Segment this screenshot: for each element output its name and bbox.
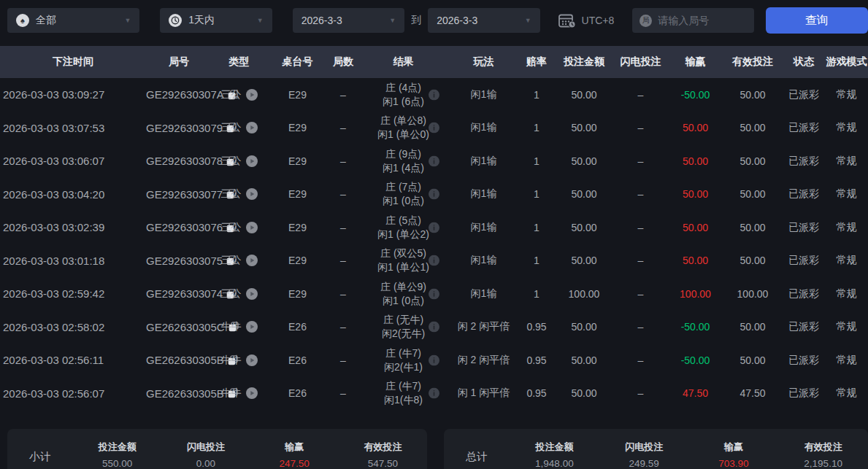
valid-bet: 50.00 bbox=[723, 222, 783, 233]
lightning-bet: – bbox=[613, 122, 668, 133]
bet-time: 2026-03-03 03:09:27 bbox=[0, 88, 146, 101]
play-video-icon[interactable] bbox=[246, 122, 258, 133]
round-count: – bbox=[329, 89, 358, 101]
round-count: – bbox=[329, 321, 358, 333]
status-badge: 已派彩 bbox=[783, 121, 825, 134]
lightning-bet: – bbox=[613, 387, 668, 399]
summary-stat: 有效投注547.50 bbox=[339, 441, 427, 469]
time-range-dropdown[interactable]: 1天内 ▼ bbox=[160, 8, 272, 33]
info-icon[interactable] bbox=[429, 354, 439, 365]
table-number: E29 bbox=[266, 155, 329, 167]
chevron-down-icon: ▼ bbox=[525, 17, 531, 24]
table-row: 2026-03-03 02:59:42 GE2926303074 三公 E29 … bbox=[0, 277, 868, 311]
column-header: 桌台号 bbox=[266, 55, 329, 69]
calendar-clock-icon[interactable] bbox=[558, 13, 576, 28]
table-number: E29 bbox=[266, 222, 329, 233]
column-header: 赔率 bbox=[518, 55, 555, 69]
summary-stat-label: 输赢 bbox=[689, 441, 779, 454]
game-type-dropdown[interactable]: ♠ 全部 ▼ bbox=[7, 8, 139, 33]
round-number-icon: 局 bbox=[640, 15, 652, 27]
play-video-icon[interactable] bbox=[246, 288, 258, 300]
info-icon[interactable] bbox=[429, 155, 439, 166]
game-mode: 常规 bbox=[825, 121, 868, 134]
play-video-icon[interactable] bbox=[246, 255, 258, 266]
round-count: – bbox=[329, 255, 358, 266]
bet-time: 2026-03-03 03:07:53 bbox=[0, 122, 146, 134]
summary-stat: 闪电投注0.00 bbox=[161, 441, 250, 469]
lightning-bet: – bbox=[613, 288, 668, 300]
game-mode: 常规 bbox=[825, 88, 868, 101]
bet-amount: 50.00 bbox=[555, 188, 613, 200]
table-number: E29 bbox=[266, 122, 329, 133]
play-video-icon[interactable] bbox=[246, 387, 258, 399]
summary-stat-value: 547.50 bbox=[339, 458, 427, 469]
info-icon[interactable] bbox=[429, 255, 439, 266]
round-number-cell: GE2926303076 bbox=[146, 221, 212, 233]
info-icon[interactable] bbox=[429, 89, 439, 100]
round-count: – bbox=[329, 122, 358, 133]
result-cell: 庄 (4点) 闲1 (6点) bbox=[358, 81, 449, 109]
date-to-value: 2026-3-3 bbox=[437, 15, 477, 26]
win-loss: 50.00 bbox=[668, 222, 723, 233]
valid-bet: 50.00 bbox=[723, 89, 783, 101]
total-stats: 投注金额1,948.00闪电投注249.59输赢703.90有效投注2,195.… bbox=[510, 441, 868, 469]
valid-bet: 50.00 bbox=[723, 255, 783, 266]
valid-bet: 50.00 bbox=[723, 155, 783, 167]
round-number-cell: GE262630305B bbox=[146, 354, 212, 366]
timezone-group: UTC+8 bbox=[558, 13, 615, 28]
play-method: 闲1输 bbox=[449, 254, 518, 267]
game-type-cell: 三公 bbox=[212, 187, 266, 201]
bet-amount: 50.00 bbox=[555, 387, 613, 399]
round-number-cell: GE2926303075 bbox=[146, 255, 212, 267]
info-icon[interactable] bbox=[429, 388, 439, 399]
info-icon[interactable] bbox=[429, 189, 439, 200]
odds: 0.95 bbox=[518, 387, 555, 399]
play-method: 闲 1 闲平倍 bbox=[449, 387, 518, 400]
play-video-icon[interactable] bbox=[246, 222, 258, 233]
lightning-bet: – bbox=[613, 188, 668, 200]
info-icon[interactable] bbox=[429, 123, 439, 133]
odds: 1 bbox=[518, 188, 555, 200]
query-button[interactable]: 查询 bbox=[766, 7, 868, 34]
game-mode: 常规 bbox=[825, 320, 868, 333]
play-video-icon[interactable] bbox=[246, 155, 258, 167]
game-mode: 常规 bbox=[825, 287, 868, 301]
bet-time: 2026-03-03 03:06:07 bbox=[0, 155, 146, 167]
table-number: E29 bbox=[266, 288, 329, 300]
chevron-down-icon: ▼ bbox=[124, 17, 131, 24]
info-icon[interactable] bbox=[429, 222, 439, 233]
win-loss: 50.00 bbox=[668, 122, 723, 133]
game-mode: 常规 bbox=[825, 254, 868, 267]
date-to-picker[interactable]: 2026-3-3 ▼ bbox=[428, 8, 539, 33]
column-header: 输赢 bbox=[668, 55, 723, 69]
round-number-cell: GE262630305B bbox=[146, 387, 212, 400]
play-video-icon[interactable] bbox=[246, 188, 258, 200]
subtotal-stats: 投注金额550.00闪电投注0.00输赢247.50有效投注547.50 bbox=[73, 441, 427, 469]
result-cell: 庄 (单公9) 闲1 (0点) bbox=[358, 280, 449, 308]
lightning-bet: – bbox=[613, 89, 668, 101]
date-from-picker[interactable]: 2026-3-3 ▼ bbox=[293, 8, 404, 33]
table-row: 2026-03-03 02:56:11 GE262630305B 牛牛 E26 … bbox=[0, 344, 868, 377]
play-video-icon[interactable] bbox=[246, 354, 258, 366]
info-icon[interactable] bbox=[429, 322, 439, 333]
status-badge: 已派彩 bbox=[783, 221, 825, 234]
play-video-icon[interactable] bbox=[246, 89, 258, 101]
status-badge: 已派彩 bbox=[783, 387, 825, 400]
play-video-icon[interactable] bbox=[246, 321, 258, 333]
win-loss: 47.50 bbox=[668, 387, 723, 399]
summary-stat-label: 闪电投注 bbox=[161, 441, 250, 454]
round-search-input[interactable] bbox=[658, 15, 746, 26]
lightning-bet: – bbox=[613, 255, 668, 266]
win-loss: -50.00 bbox=[668, 321, 723, 333]
info-icon[interactable] bbox=[429, 288, 439, 299]
game-mode: 常规 bbox=[825, 155, 868, 168]
spade-icon: ♠ bbox=[16, 14, 29, 27]
bet-time: 2026-03-03 03:01:18 bbox=[0, 255, 146, 267]
valid-bet: 50.00 bbox=[723, 354, 783, 366]
game-type-cell: 三公 bbox=[212, 121, 266, 134]
table-row: 2026-03-03 03:07:53 GE2926303079 三公 E29 … bbox=[0, 112, 868, 145]
game-type-cell: 三公 bbox=[212, 287, 266, 301]
status-badge: 已派彩 bbox=[783, 287, 825, 301]
summary-stat-label: 有效投注 bbox=[778, 441, 868, 454]
bet-amount: 50.00 bbox=[555, 122, 613, 133]
